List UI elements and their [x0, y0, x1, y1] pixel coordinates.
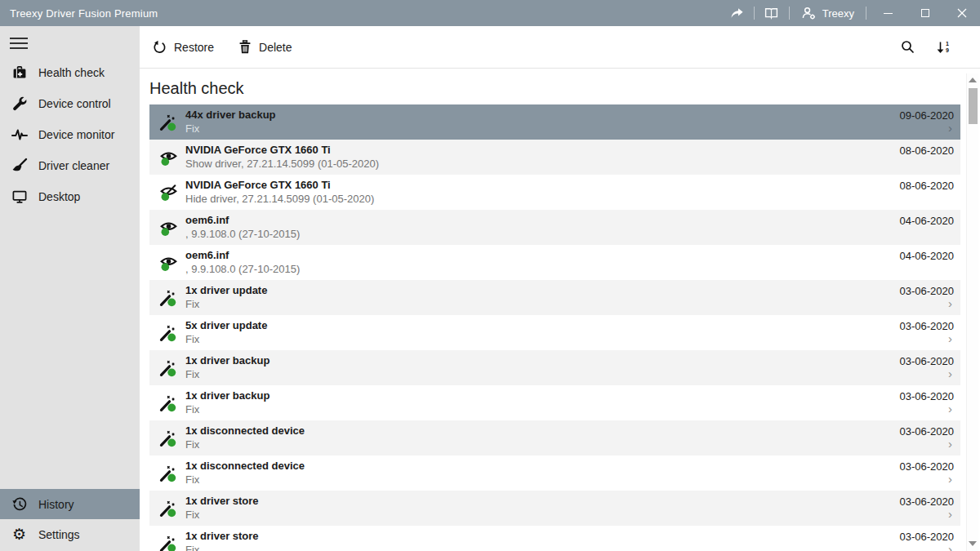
fix-icon — [159, 393, 178, 412]
sidebar-item-device-control[interactable]: Device control — [0, 88, 140, 119]
restore-label: Restore — [174, 41, 214, 54]
list-item-date: 03-06-2020 — [900, 355, 955, 369]
fix-icon — [159, 288, 178, 307]
list-item[interactable]: 5x driver update Fix 03-06-2020 › — [149, 315, 960, 350]
fix-icon — [159, 534, 178, 551]
list-item-subtitle: , 9.9.108.0 (27-10-2015) — [185, 263, 900, 276]
list-item-title: NVIDIA GeForce GTX 1660 Ti — [185, 144, 900, 157]
show-icon — [159, 253, 178, 272]
sidebar-item-desktop[interactable]: Desktop — [0, 181, 140, 212]
list-item[interactable]: NVIDIA GeForce GTX 1660 Ti Show driver, … — [149, 140, 960, 175]
list-item[interactable]: 1x driver backup Fix 03-06-2020 › — [149, 385, 960, 420]
list-item[interactable]: 1x driver update Fix 03-06-2020 › — [149, 280, 960, 315]
list-item-date: 08-06-2020 — [900, 180, 955, 193]
titlebar-separator — [754, 7, 755, 20]
titlebar-separator — [789, 7, 790, 20]
list-item[interactable]: 1x driver store Fix 03-06-2020 › — [149, 491, 960, 526]
health-check-icon — [11, 64, 28, 82]
chevron-right-icon: › — [948, 122, 954, 135]
list-item-title: 1x driver backup — [185, 389, 900, 402]
list-item-subtitle: Fix — [185, 403, 900, 416]
list-item[interactable]: oem6.inf , 9.9.108.0 (27-10-2015) 04-06-… — [149, 210, 960, 245]
list-item[interactable]: 1x disconnected device Fix 03-06-2020 › — [149, 420, 960, 455]
sidebar-item-history[interactable]: History — [0, 489, 140, 519]
device-monitor-icon — [11, 127, 28, 144]
fix-icon — [159, 358, 178, 377]
list-item[interactable]: 44x driver backup Fix 09-06-2020 › — [149, 104, 960, 140]
list-item-date: 03-06-2020 — [900, 460, 955, 474]
manual-button[interactable] — [758, 0, 786, 26]
list-item-subtitle: , 9.9.108.0 (27-10-2015) — [185, 228, 900, 241]
list-item[interactable]: oem6.inf , 9.9.108.0 (27-10-2015) 04-06-… — [149, 245, 960, 280]
list-item-subtitle: Fix — [185, 509, 900, 522]
list-item-date: 03-06-2020 — [900, 531, 955, 544]
list-item-date: 08-06-2020 — [900, 144, 955, 158]
list-item-title: 1x disconnected device — [185, 424, 900, 438]
fix-icon — [159, 499, 178, 518]
list-item-title: 1x disconnected device — [185, 460, 900, 473]
list-item-date: 03-06-2020 — [900, 495, 955, 509]
manual-book-icon — [764, 6, 779, 20]
list-item-title: 1x driver store — [185, 495, 900, 508]
titlebar: Treexy Driver Fusion Premium — [0, 0, 980, 26]
list-item[interactable]: 1x driver store Fix 03-06-2020 › — [149, 526, 960, 551]
fix-icon — [159, 323, 178, 342]
list-item-date: 03-06-2020 — [900, 320, 955, 334]
list-item-date: 03-06-2020 — [900, 285, 955, 299]
sidebar-item-health-check[interactable]: Health check — [0, 57, 140, 88]
list-item-title: 5x driver update — [185, 319, 900, 332]
toolbar: Restore Delete — [140, 26, 980, 69]
list-item[interactable]: NVIDIA GeForce GTX 1660 Ti Hide driver, … — [149, 175, 960, 210]
sidebar-item-device-monitor[interactable]: Device monitor — [0, 119, 140, 150]
page-title: Health check — [149, 79, 980, 98]
list-item-subtitle: Fix — [185, 122, 900, 136]
desktop-icon — [11, 189, 28, 206]
scroll-up-icon[interactable] — [969, 78, 977, 82]
device-control-icon — [11, 96, 28, 113]
sort-button[interactable]: 1 9 — [936, 41, 949, 54]
list-item-title: 1x driver update — [185, 284, 900, 297]
sidebar-item-settings[interactable]: ⚙ Settings — [0, 519, 140, 549]
list-item-subtitle: Show driver, 27.21.14.5099 (01-05-2020) — [185, 158, 900, 171]
list-item-subtitle: Fix — [185, 544, 900, 551]
sidebar-item-label: Settings — [38, 528, 80, 541]
share-icon — [729, 6, 744, 20]
titlebar-separator — [866, 7, 866, 20]
list-item-date: 03-06-2020 — [900, 390, 955, 404]
list-item[interactable]: 1x driver backup Fix 03-06-2020 › — [149, 350, 960, 385]
list-item-title: oem6.inf — [185, 214, 900, 227]
sidebar-item-label: Desktop — [38, 190, 80, 203]
show-icon — [159, 148, 178, 167]
sidebar-item-driver-cleaner[interactable]: Driver cleaner — [0, 150, 140, 181]
delete-button[interactable]: Delete — [238, 40, 292, 54]
history-icon — [11, 495, 28, 513]
minimize-button[interactable] — [870, 0, 906, 26]
share-button[interactable] — [723, 0, 751, 26]
sidebar-item-label: History — [38, 498, 74, 511]
fix-icon — [159, 429, 178, 447]
list-item-date: 04-06-2020 — [900, 250, 955, 264]
list-item-date: 09-06-2020 — [900, 109, 955, 123]
list-item-title: oem6.inf — [185, 249, 900, 262]
list-item[interactable]: 1x disconnected device Fix 03-06-2020 › — [149, 455, 960, 491]
list-item-title: 44x driver backup — [185, 109, 900, 122]
scrollbar-thumb[interactable] — [969, 88, 978, 124]
menu-toggle-button[interactable] — [10, 38, 28, 49]
list-item-date: 03-06-2020 — [900, 425, 955, 439]
scrollbar[interactable] — [966, 73, 978, 551]
close-icon — [957, 8, 967, 18]
list-item-subtitle: Fix — [185, 438, 900, 451]
account-button[interactable]: Treexy — [793, 0, 862, 26]
restore-button[interactable]: Restore — [153, 40, 214, 54]
search-button[interactable] — [901, 40, 915, 54]
chevron-right-icon: › — [948, 438, 954, 451]
minimize-icon — [884, 13, 893, 14]
scroll-down-icon[interactable] — [969, 541, 977, 546]
maximize-button[interactable] — [906, 0, 943, 26]
chevron-right-icon: › — [948, 298, 954, 310]
sidebar-item-label: Device monitor — [38, 128, 114, 141]
account-label: Treexy — [822, 7, 854, 20]
chevron-right-icon: › — [948, 509, 954, 521]
close-button[interactable] — [943, 0, 980, 26]
settings-icon: ⚙ — [11, 526, 28, 543]
